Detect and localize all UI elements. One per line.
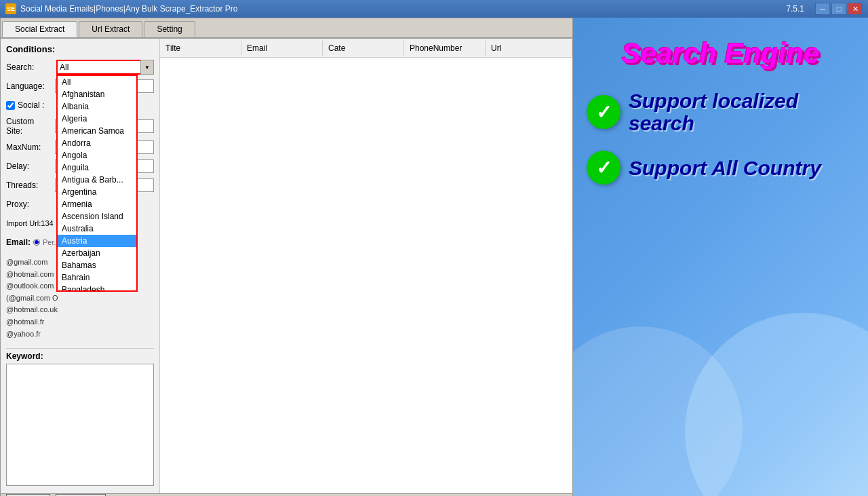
dropdown-item-australia[interactable]: Australia — [58, 223, 136, 235]
keyword-section: Keyword: — [6, 348, 154, 488]
email-item-hotmail-fr: @hotmail.fr — [6, 316, 154, 328]
right-panel: Search Engine ✓ Support localized search… — [573, 18, 868, 496]
dropdown-item-anguila[interactable]: Anguila — [58, 161, 136, 174]
dropdown-item-american-samoa[interactable]: American Samoa — [58, 125, 136, 137]
search-select-wrapper: All ▼ All Afghanistan Albania Algeria Am… — [56, 60, 154, 75]
search-engine-title: Search Engine — [622, 38, 820, 69]
dropdown-item-bahrain[interactable]: Bahrain — [58, 271, 136, 284]
checkmark-1-icon: ✓ — [596, 101, 612, 123]
app-version: 7.5.1 — [786, 4, 804, 14]
minimize-button[interactable]: ─ — [815, 3, 830, 15]
col-header-url: Url — [486, 41, 572, 56]
table-body — [160, 58, 572, 493]
checkmark-2-icon: ✓ — [596, 157, 612, 179]
maxnum-label: MaxNum: — [6, 142, 52, 152]
data-area: Tilte Email Cate PhoneNumber Url — [160, 39, 572, 493]
dropdown-item-austria[interactable]: Austria — [58, 235, 136, 247]
search-row: Search: All ▼ All Afghanistan Albania Al… — [6, 60, 154, 75]
dropdown-item-albania[interactable]: Albania — [58, 100, 136, 113]
dropdown-item-armenia[interactable]: Armenia — [58, 198, 136, 210]
title-bar: SE Social Media Emails|Phones|Any Bulk S… — [0, 0, 868, 18]
dropdown-item-bangladesh[interactable]: Bangladesh — [58, 284, 136, 292]
feature2-row: ✓ Support All Country — [587, 151, 854, 185]
feature1-row: ✓ Support localized search — [587, 90, 854, 134]
dropdown-item-ascension[interactable]: Ascension Island — [58, 210, 136, 223]
email-item-yahoo-fr: @yahoo.fr — [6, 328, 154, 341]
country-dropdown[interactable]: All Afghanistan Albania Algeria American… — [56, 75, 138, 292]
table-header: Tilte Email Cate PhoneNumber Url — [160, 39, 572, 58]
col-header-phone: PhoneNumber — [404, 41, 486, 56]
custom-site-label: Custom Site: — [6, 117, 52, 136]
dropdown-item-algeria[interactable]: Algeria — [58, 113, 136, 125]
delay-label: Delay: — [6, 161, 52, 171]
content-area: Conditions: Search: All ▼ All Afghanista… — [1, 39, 572, 493]
main-window: Social Extract Url Extract Setting Condi… — [0, 18, 868, 496]
language-label: Language: — [6, 81, 52, 91]
check-circle-1: ✓ — [587, 95, 620, 129]
email-radio[interactable] — [33, 239, 40, 246]
threads-label: Threads: — [6, 180, 52, 190]
dropdown-item-bahamas[interactable]: Bahamas — [58, 259, 136, 271]
dropdown-item-afghanistan[interactable]: Afghanistan — [58, 88, 136, 100]
dropdown-item-angola[interactable]: Angola — [58, 149, 136, 161]
search-label: Search: — [6, 62, 54, 72]
conditions-label: Conditions: — [6, 44, 154, 54]
close-button[interactable]: ✕ — [848, 3, 863, 15]
email-item-gmail-other: (@gmail.com O — [6, 292, 154, 305]
dropdown-item-andorra[interactable]: Andorra — [58, 137, 136, 149]
bottom-bar: Start Pause 🔗 0 ✉ 0 — [1, 493, 572, 496]
window-controls: ─ □ ✕ — [815, 3, 863, 15]
tab-social-extract[interactable]: Social Extract — [2, 21, 77, 37]
dropdown-item-antigua[interactable]: Antigua & Barb... — [58, 174, 136, 186]
search-select[interactable]: All — [56, 60, 154, 75]
social-checkbox[interactable] — [6, 101, 15, 110]
feature1-text: Support localized search — [629, 90, 854, 134]
social-checkbox-row: Social : — [6, 100, 44, 110]
left-panel: Social Extract Url Extract Setting Condi… — [0, 18, 573, 496]
restore-button[interactable]: □ — [831, 3, 846, 15]
sidebar: Conditions: Search: All ▼ All Afghanista… — [1, 39, 160, 493]
keyword-textarea[interactable] — [6, 364, 154, 486]
col-header-email: Email — [241, 41, 323, 56]
dropdown-item-azerbaijan[interactable]: Azerbaijan — [58, 247, 136, 259]
tab-url-extract[interactable]: Url Extract — [79, 21, 142, 37]
app-title: Social Media Emails|Phones|Any Bulk Scra… — [20, 4, 786, 14]
import-label: Import Url:134 — [6, 219, 54, 227]
dropdown-item-all[interactable]: All — [58, 76, 136, 88]
dropdown-item-argentina[interactable]: Argentina — [58, 186, 136, 198]
tab-setting[interactable]: Setting — [144, 21, 195, 37]
feature2-text: Support All Country — [629, 157, 821, 179]
col-header-title: Tilte — [160, 41, 241, 56]
col-header-cate: Cate — [323, 41, 404, 56]
keyword-label: Keyword: — [6, 351, 154, 361]
proxy-label: Proxy: — [6, 199, 54, 209]
tab-bar: Social Extract Url Extract Setting — [1, 18, 572, 39]
app-icon: SE — [5, 3, 16, 14]
email-filter-label: Email: — [6, 237, 31, 247]
check-circle-2: ✓ — [587, 151, 620, 185]
social-label: Social : — [18, 100, 44, 110]
email-item-hotmail-uk: @hotmail.co.uk — [6, 304, 154, 316]
